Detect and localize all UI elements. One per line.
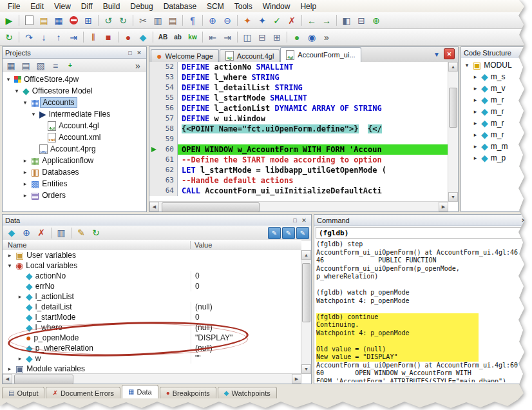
tree-item-account-4prg[interactable]: prgAccount.4prg bbox=[3, 143, 146, 155]
tree-item-account-4gl[interactable]: 4glAccount.4gl bbox=[3, 120, 146, 132]
code-line-60[interactable]: 60OPEN WINDOW w_AccountForm WITH FORM 'A… bbox=[149, 144, 448, 155]
run-icon[interactable]: ▶ bbox=[2, 14, 16, 27]
menu-file[interactable]: File bbox=[3, 1, 25, 12]
maximize-icon[interactable]: ⊞ bbox=[270, 30, 284, 44]
tree-item-modul[interactable]: ▾▣MODUL bbox=[461, 59, 531, 71]
edit-watch-icon[interactable]: ✎ bbox=[296, 227, 309, 239]
expander-closed-icon[interactable]: ▸ bbox=[472, 132, 479, 138]
paste-icon[interactable]: ▤ bbox=[166, 14, 180, 27]
tab-filter-icon[interactable]: ▼ bbox=[433, 51, 440, 58]
scroll-up-icon[interactable]: ▲ bbox=[301, 250, 311, 260]
redo-icon[interactable]: ↻ bbox=[116, 14, 130, 27]
tree-item-entities[interactable]: ▸▩Entities bbox=[3, 178, 146, 190]
data-row-p-whererelation[interactable]: ◆p_whereRelation(null) bbox=[3, 343, 301, 353]
close-panel-icon[interactable]: ✕ bbox=[135, 48, 144, 57]
tree-item-accounts[interactable]: ▾▦Accounts bbox=[3, 97, 146, 108]
record-icon[interactable]: ● bbox=[290, 30, 304, 44]
scrollbar-thumb[interactable] bbox=[302, 263, 310, 322]
split-horizontal-icon[interactable]: ◫ bbox=[240, 30, 254, 44]
close-panel-icon[interactable]: ✕ bbox=[519, 216, 528, 224]
expander-closed-icon[interactable]: ▸ bbox=[472, 97, 479, 103]
tree-item-m-r[interactable]: ▸◆m_r bbox=[461, 129, 531, 141]
tree-item-m-p[interactable]: ▸◆m_p bbox=[461, 152, 531, 164]
build-icon[interactable]: ✦ bbox=[240, 14, 254, 27]
tree-item-m-m[interactable]: ▸◆m_m bbox=[461, 141, 531, 152]
link-view-icon[interactable]: ▧ bbox=[33, 59, 48, 72]
stop-debug-icon[interactable]: ■ bbox=[101, 30, 115, 44]
menu-edit[interactable]: Edit bbox=[25, 1, 49, 12]
expander-open-icon[interactable]: ▾ bbox=[5, 76, 12, 83]
add-watch-icon[interactable]: ◆ bbox=[5, 226, 19, 240]
expander-closed-icon[interactable]: ▸ bbox=[22, 181, 28, 187]
editor-tab-account-4gl[interactable]: 4glAccount.4gl bbox=[220, 49, 280, 62]
bottom-tab-watchpoints[interactable]: ◆Watchpoints bbox=[218, 387, 277, 398]
scrollbar-thumb[interactable] bbox=[14, 375, 73, 384]
settings-icon[interactable]: ≡ bbox=[48, 59, 62, 72]
menu-window[interactable]: Window bbox=[258, 1, 296, 12]
data-row-module-variables[interactable]: ▸▣Module variables bbox=[3, 364, 301, 374]
open-file-icon[interactable]: ▤ bbox=[37, 14, 51, 27]
menu-diff[interactable]: Diff bbox=[76, 1, 98, 12]
expander-closed-icon[interactable]: ▸ bbox=[22, 192, 28, 199]
close-tab-icon[interactable]: ✕ bbox=[444, 48, 455, 59]
column-value[interactable]: Value bbox=[191, 241, 212, 249]
code-line-54[interactable]: 54DEFINE l_detailList STRING bbox=[149, 83, 448, 93]
stop-icon[interactable] bbox=[66, 14, 81, 27]
data-vertical-scrollbar[interactable]: ▲ ▼ bbox=[301, 250, 311, 374]
menu-scm[interactable]: SCM bbox=[202, 1, 229, 12]
restart-icon[interactable]: ↻ bbox=[2, 30, 16, 44]
run-to-cursor-icon[interactable]: ⇥ bbox=[66, 30, 81, 44]
split-vertical-icon[interactable]: ⊟ bbox=[255, 30, 269, 44]
tree-item-applicationflow[interactable]: ▸▦Applicationflow bbox=[3, 155, 146, 166]
list-view-icon[interactable]: ▤ bbox=[19, 59, 33, 72]
menu-tools[interactable]: Tools bbox=[229, 1, 258, 12]
forward-icon[interactable]: → bbox=[319, 14, 334, 27]
zoom-out-icon[interactable]: ⊖ bbox=[220, 14, 234, 27]
tree-item-intermediate-files[interactable]: ▾▶Intermediate Files bbox=[3, 108, 146, 120]
code-line-62[interactable]: 62LET l_startMode = libdbapp_utilGetOpen… bbox=[149, 165, 448, 175]
scroll-right-icon[interactable]: ▶ bbox=[292, 374, 301, 384]
check-icon[interactable]: ✓ bbox=[270, 14, 284, 27]
uppercase-icon[interactable]: AB bbox=[156, 30, 170, 44]
expander-closed-icon[interactable]: ▸ bbox=[472, 73, 479, 80]
tree-item-m-r[interactable]: ▸◆m_r bbox=[461, 94, 531, 106]
scrollbar-thumb[interactable] bbox=[162, 202, 260, 212]
bottom-tab-data[interactable]: ▦Data bbox=[122, 385, 158, 398]
expander-closed-icon[interactable]: ▸ bbox=[472, 155, 479, 161]
code-line-61[interactable]: 61--Define the START mode according to o… bbox=[149, 155, 448, 165]
code-line-52[interactable]: 52DEFINE actionNo SMALLINT bbox=[149, 62, 448, 72]
data-horizontal-scrollbar[interactable]: ◀ ▶ bbox=[3, 373, 301, 384]
scroll-right-icon[interactable]: ▶ bbox=[439, 202, 448, 211]
step-out-icon[interactable]: ↑ bbox=[52, 30, 66, 44]
data-row-actionno[interactable]: ◆actionNo0 bbox=[3, 271, 301, 281]
column-name[interactable]: Name bbox=[3, 241, 191, 249]
refresh-icon[interactable]: ↻ bbox=[89, 226, 103, 240]
expander-closed-icon[interactable]: ▸ bbox=[17, 353, 23, 364]
bottom-tab-breakpoints[interactable]: ●Breakpoints bbox=[160, 387, 216, 398]
menu-help[interactable]: Help bbox=[295, 1, 321, 12]
debugger-output[interactable]: (fgldb) stepAccountForm_ui_uiOpenForm() … bbox=[316, 240, 529, 382]
watchpoint-icon[interactable]: ◆ bbox=[136, 30, 150, 44]
data-row-user-variables[interactable]: ▸▣User variables bbox=[3, 250, 301, 260]
edit-watch-icon[interactable]: ✎ bbox=[282, 227, 295, 239]
tree-item-account-xml[interactable]: xmlAccount.xml bbox=[3, 132, 146, 143]
code-line-63[interactable]: 63--Handle default actions bbox=[149, 175, 448, 186]
code-line-59[interactable]: 59 bbox=[149, 134, 448, 144]
tree-item-databases[interactable]: ▸▥Databases bbox=[3, 166, 146, 178]
tree-item-officestore-4pw[interactable]: ▾OfficeStore.4pw bbox=[3, 73, 146, 85]
tree-item-orders[interactable]: ▸▤Orders bbox=[3, 190, 146, 201]
edit-watch-icon[interactable]: ✎ bbox=[268, 227, 281, 239]
tree-item-m-s[interactable]: ▸◆m_s bbox=[461, 71, 531, 83]
breakpoint-icon[interactable]: ● bbox=[121, 30, 135, 44]
undo-icon[interactable]: ↺ bbox=[101, 14, 115, 27]
copy-value-icon[interactable]: ▥ bbox=[54, 226, 68, 240]
code-line-53[interactable]: 53DEFINE l_where STRING bbox=[149, 72, 448, 83]
code-line-56[interactable]: 56DEFINE l_actionList DYNAMIC ARRAY OF S… bbox=[149, 103, 448, 113]
cancel-icon[interactable]: ✗ bbox=[285, 14, 299, 27]
scrollbar-thumb[interactable] bbox=[449, 88, 457, 128]
data-row-l-actionlist[interactable]: ▸◆l_actionList bbox=[3, 291, 301, 302]
tree-view-icon[interactable]: ▦ bbox=[4, 59, 18, 72]
code-line-64[interactable]: 64CALL AccountForm_ui_uiInitializeDefaul… bbox=[149, 186, 448, 196]
step-into-icon[interactable]: ↓ bbox=[37, 30, 51, 44]
expander-closed-icon[interactable]: ▸ bbox=[472, 143, 479, 150]
